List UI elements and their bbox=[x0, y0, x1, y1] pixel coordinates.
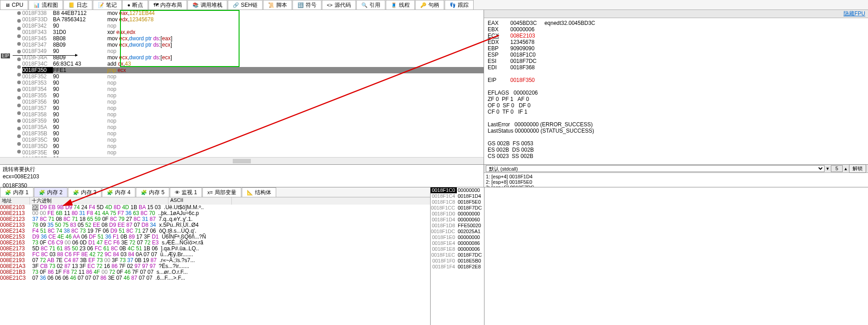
script-icon: 📜 bbox=[268, 2, 274, 8]
hide-fpu-link[interactable]: 隐藏FPU bbox=[844, 10, 865, 18]
disasm-row[interactable]: 0018F35390nop bbox=[22, 80, 484, 86]
disasm-row[interactable]: 0018F35C90nop bbox=[22, 137, 484, 143]
dump-tab-0[interactable]: 🧩内存 1 bbox=[0, 187, 34, 197]
disasm-row[interactable]: 0018F34990nop bbox=[22, 48, 484, 54]
tab-handles[interactable]: 🔑句柄 bbox=[415, 0, 444, 10]
handles-icon: 🔑 bbox=[420, 2, 427, 8]
tab-threads[interactable]: 🧵线程 bbox=[386, 0, 415, 10]
disasm-row[interactable]: 0018F35790nop bbox=[22, 105, 484, 111]
disasm-row[interactable]: 0018F33DBA 78563412mov edx,12345678 bbox=[22, 16, 484, 23]
tab-symbols[interactable]: 🔣符号 bbox=[293, 0, 321, 10]
stack-row[interactable]: 0018F1F00018E5B0 bbox=[431, 258, 484, 264]
bp-dot-icon[interactable] bbox=[17, 96, 21, 100]
disasm-row[interactable]: 0018F35D90nop bbox=[22, 143, 484, 149]
disasm-row[interactable]: 0018F35990nop bbox=[22, 118, 484, 124]
disasm-hscroll[interactable] bbox=[0, 157, 484, 164]
bp-dot-icon[interactable] bbox=[17, 19, 21, 23]
tab-memmap[interactable]: 🗺内存布局 bbox=[149, 0, 187, 10]
stack-row[interactable]: 0018F1C40018F1D4 bbox=[431, 193, 484, 199]
bp-dot-icon[interactable] bbox=[17, 27, 21, 30]
bp-dot-icon[interactable] bbox=[17, 104, 21, 107]
source-icon: <> bbox=[327, 2, 333, 8]
symbols-icon: 🔣 bbox=[297, 2, 304, 8]
stack-row[interactable]: 0018F1E000000000 bbox=[431, 234, 484, 240]
bp-dot-icon[interactable] bbox=[17, 65, 21, 69]
unlock-button[interactable]: 解锁 bbox=[849, 164, 866, 173]
stack-row[interactable]: 0018F1E400000086 bbox=[431, 240, 484, 246]
dump-hdr-addr: 地址 bbox=[0, 197, 30, 205]
bp-dot-icon[interactable] bbox=[17, 88, 21, 92]
memory-icon: 🧩 bbox=[39, 190, 45, 196]
disasm-row[interactable]: 0018F34A8B09mov ecx,dword ptr ds:[ecx] bbox=[22, 54, 484, 61]
disasm-row[interactable]: 0018F34290nop bbox=[22, 23, 484, 29]
stack-row[interactable]: 0018F1C80018F5E0 bbox=[431, 199, 484, 205]
disasm-row[interactable]: 0018F34C66:83C1 43add cx,43 bbox=[22, 61, 484, 67]
stack-row[interactable]: 0018F1EC0018F7DC bbox=[431, 252, 484, 258]
tab-refs[interactable]: 🔍引用 bbox=[356, 0, 385, 10]
bp-dot-icon[interactable] bbox=[17, 34, 21, 38]
dump-tab-7[interactable]: 📐结构体 bbox=[242, 187, 276, 197]
dump-tab-4[interactable]: 🧩内存 5 bbox=[136, 187, 169, 197]
disasm-row[interactable]: 0018F350FFE1jmp ecx bbox=[22, 67, 484, 73]
dump-tab-2[interactable]: 🧩内存 3 bbox=[68, 187, 101, 197]
stack-row[interactable]: 0018F1DC002025A1 bbox=[431, 229, 484, 234]
tab-cpu[interactable]: 🖥CPU bbox=[0, 0, 28, 10]
disasm-row[interactable]: 0018F35590nop bbox=[22, 92, 484, 99]
disasm-row[interactable]: 0018F35490nop bbox=[22, 86, 484, 92]
tab-seh[interactable]: 🔗SEH链 bbox=[228, 0, 263, 10]
log-icon: 📒 bbox=[68, 2, 75, 8]
tab-notes[interactable]: 📝笔记 bbox=[93, 0, 122, 10]
memory-icon: 👁 bbox=[175, 190, 180, 195]
bp-dot-icon[interactable] bbox=[17, 142, 21, 146]
dump-row[interactable]: 008E21C3 07 36 06 06 06 46 07 07 07 86 3… bbox=[0, 275, 430, 281]
bp-dot-icon[interactable] bbox=[17, 119, 21, 123]
bp-dot-icon[interactable] bbox=[17, 111, 21, 115]
dump-tab-6[interactable]: x=局部变量 bbox=[202, 187, 241, 197]
bp-dot-icon[interactable] bbox=[17, 127, 21, 130]
trace-icon: 👣 bbox=[450, 2, 456, 8]
disasm-row[interactable]: 0018F35B90nop bbox=[22, 130, 484, 137]
disasm-row[interactable]: 0018F35E90nop bbox=[22, 149, 484, 156]
callconv-select[interactable]: 默认 (stdcall) bbox=[486, 165, 825, 172]
disasm-row[interactable]: 0018F34331D0xor eax,edx bbox=[22, 29, 484, 35]
bp-dot-icon[interactable] bbox=[17, 73, 21, 76]
tab-log[interactable]: 📒日志 bbox=[63, 0, 92, 10]
disasm-row[interactable]: 0018F35A90nop bbox=[22, 124, 484, 130]
tab-source[interactable]: <>源代码 bbox=[322, 0, 356, 10]
stack-row[interactable]: 0018F1F40018F2E8 bbox=[431, 264, 484, 270]
memory-icon: 🧩 bbox=[73, 190, 79, 196]
disasm-row[interactable]: 0018F35290nop bbox=[22, 73, 484, 80]
tab-trace[interactable]: 👣跟踪 bbox=[445, 0, 474, 10]
dump-tab-1[interactable]: 🧩内存 2 bbox=[34, 187, 67, 197]
stack-row[interactable]: 0018F1C000000000 bbox=[431, 187, 484, 193]
dump-tab-3[interactable]: 🧩内存 4 bbox=[102, 187, 135, 197]
tab-script[interactable]: 📜脚本 bbox=[263, 0, 292, 10]
bp-dot-icon[interactable] bbox=[17, 150, 21, 153]
stack-row[interactable]: 0018F1CC0018F7DC bbox=[431, 205, 484, 211]
registers-panel[interactable]: EAX0045BD3C eqnedt32.0045BD3CEBX00000006… bbox=[484, 18, 868, 164]
tab-callstack[interactable]: 📚调用堆栈 bbox=[187, 0, 227, 10]
bp-dot-icon[interactable] bbox=[17, 57, 21, 61]
disasm-row[interactable]: 0018F3458B08mov ecx,dword ptr ds:[eax] bbox=[22, 35, 484, 42]
stack-row[interactable]: 0018F1E800000006 bbox=[431, 246, 484, 252]
disasm-row[interactable]: 0018F3478B09mov ecx,dword ptr ds:[ecx] bbox=[22, 42, 484, 48]
spin-up-icon[interactable]: ▴ bbox=[844, 166, 847, 172]
bp-dot-icon[interactable] bbox=[17, 50, 21, 53]
tab-bp[interactable]: ●断点 bbox=[122, 0, 148, 10]
threads-icon: 🧵 bbox=[391, 2, 397, 8]
stack-row[interactable]: 0018F1D000000000 bbox=[431, 211, 484, 217]
disasm-row[interactable]: 0018F35F90nop bbox=[22, 156, 484, 157]
stack-row[interactable]: 0018F1D400000060 bbox=[431, 217, 484, 223]
disasm-row[interactable]: 0018F338B8 44EB7112mov eax,1271EB44 bbox=[22, 10, 484, 16]
stack-row[interactable]: 0018F1D8FFE50020 bbox=[431, 223, 484, 229]
bp-dot-icon[interactable] bbox=[17, 81, 21, 84]
arg-count-input[interactable]: 5 bbox=[831, 165, 843, 172]
disasm-row[interactable]: 0018F35890nop bbox=[22, 111, 484, 118]
bp-dot-icon[interactable] bbox=[17, 134, 21, 138]
spin-down-icon[interactable]: ▾ bbox=[826, 166, 829, 172]
bp-dot-icon[interactable] bbox=[17, 11, 21, 15]
tab-flow[interactable]: 📊流程图 bbox=[29, 0, 63, 10]
dump-tab-5[interactable]: 👁监视 1 bbox=[170, 187, 202, 197]
disasm-row[interactable]: 0018F35690nop bbox=[22, 99, 484, 105]
bp-dot-icon[interactable] bbox=[17, 42, 21, 46]
